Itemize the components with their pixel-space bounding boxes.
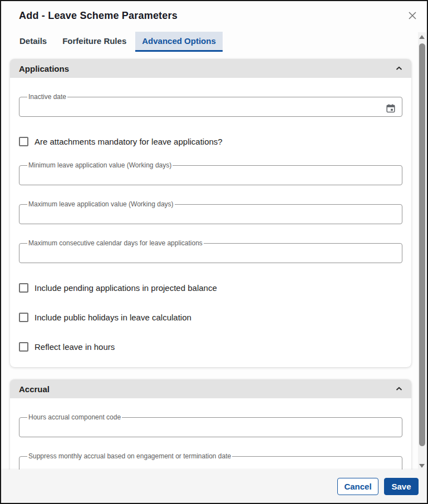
checkbox-label: Are attachments mandatory for leave appl…: [35, 137, 223, 146]
calendar-icon[interactable]: [385, 103, 396, 114]
close-button[interactable]: [407, 10, 418, 21]
hours-accrual-component-code-input[interactable]: [25, 423, 396, 435]
checkbox-label: Include pending applications in projecte…: [35, 283, 217, 293]
checkbox-label: Include public holidays in leave calcula…: [35, 313, 191, 322]
tab-forfeiture-rules[interactable]: Forfeiture Rules: [56, 32, 133, 52]
chevron-up-icon: [396, 66, 402, 71]
maximum-leave-application-field: Maximum leave application value (Working…: [19, 201, 402, 224]
suppress-monthly-accrual-field: Suppress monthly accrual based on engage…: [19, 453, 402, 470]
applications-section-header[interactable]: Applications: [10, 59, 411, 78]
vertical-scrollbar[interactable]: [418, 32, 426, 470]
include-public-holidays-checkbox-row[interactable]: Include public holidays in leave calcula…: [19, 313, 402, 322]
checkbox-unchecked[interactable]: [19, 283, 28, 293]
inactive-date-input[interactable]: [25, 102, 385, 115]
applications-section-body: Inactive date: [10, 93, 411, 367]
tab-label: Advanced Options: [142, 36, 216, 46]
applications-section: Applications Inactive date: [10, 59, 411, 367]
maximum-consecutive-days-field: Maximum consecutive calendar days for le…: [19, 240, 402, 263]
triangle-up-icon: [419, 35, 425, 39]
chevron-up-icon: [396, 387, 402, 391]
scroll-up-button[interactable]: [418, 32, 426, 41]
tab-label: Forfeiture Rules: [62, 36, 126, 46]
maximum-leave-application-input[interactable]: [25, 210, 396, 222]
scroll-down-button[interactable]: [418, 461, 426, 470]
triangle-down-icon: [419, 464, 425, 468]
suppress-monthly-accrual-input[interactable]: [25, 462, 396, 471]
tab-details[interactable]: Details: [13, 32, 53, 52]
checkbox-unchecked[interactable]: [19, 313, 28, 322]
close-icon: [407, 11, 417, 21]
checkbox-unchecked[interactable]: [19, 342, 28, 352]
tab-bar: Details Forfeiture Rules Advanced Option…: [13, 32, 223, 52]
dialog-content: Applications Inactive date: [1, 55, 418, 470]
inactive-date-field: Inactive date: [19, 93, 402, 117]
field-label: Suppress monthly accrual based on engage…: [27, 453, 232, 459]
dialog-header: Add - Leave Scheme Parameters: [1, 1, 427, 29]
dialog-title: Add - Leave Scheme Parameters: [19, 10, 178, 22]
field-label: Maximum leave application value (Working…: [27, 201, 175, 207]
maximum-consecutive-days-input[interactable]: [25, 249, 396, 261]
field-label: Inactive date: [27, 93, 67, 100]
accrual-section-header[interactable]: Accrual: [10, 379, 411, 398]
scrollbar-thumb[interactable]: [419, 43, 425, 446]
tab-label: Details: [19, 36, 47, 46]
reflect-leave-in-hours-checkbox-row[interactable]: Reflect leave in hours: [19, 342, 402, 352]
attachments-mandatory-checkbox-row[interactable]: Are attachments mandatory for leave appl…: [19, 137, 402, 146]
save-button[interactable]: Save: [384, 478, 419, 495]
checkbox-unchecked[interactable]: [19, 137, 28, 146]
accrual-section-body: Hours accrual component code Suppress mo…: [10, 414, 411, 470]
section-title: Applications: [19, 64, 69, 73]
hours-accrual-component-code-field: Hours accrual component code: [19, 414, 402, 437]
minimum-leave-application-field: Minimum leave application value (Working…: [19, 162, 402, 185]
cancel-button[interactable]: Cancel: [337, 478, 378, 495]
include-pending-applications-checkbox-row[interactable]: Include pending applications in projecte…: [19, 283, 402, 293]
add-leave-scheme-parameters-dialog: Add - Leave Scheme Parameters Details Fo…: [0, 0, 428, 504]
dialog-footer: Cancel Save: [1, 470, 427, 503]
field-label: Minimum leave application value (Working…: [27, 162, 173, 169]
tab-advanced-options[interactable]: Advanced Options: [135, 32, 223, 52]
checkbox-label: Reflect leave in hours: [35, 342, 115, 352]
accrual-section: Accrual Hours accrual component code Sup…: [10, 379, 411, 470]
field-label: Maximum consecutive calendar days for le…: [27, 240, 204, 246]
minimum-leave-application-input[interactable]: [25, 171, 396, 183]
field-label: Hours accrual component code: [27, 414, 122, 421]
section-title: Accrual: [19, 384, 50, 394]
